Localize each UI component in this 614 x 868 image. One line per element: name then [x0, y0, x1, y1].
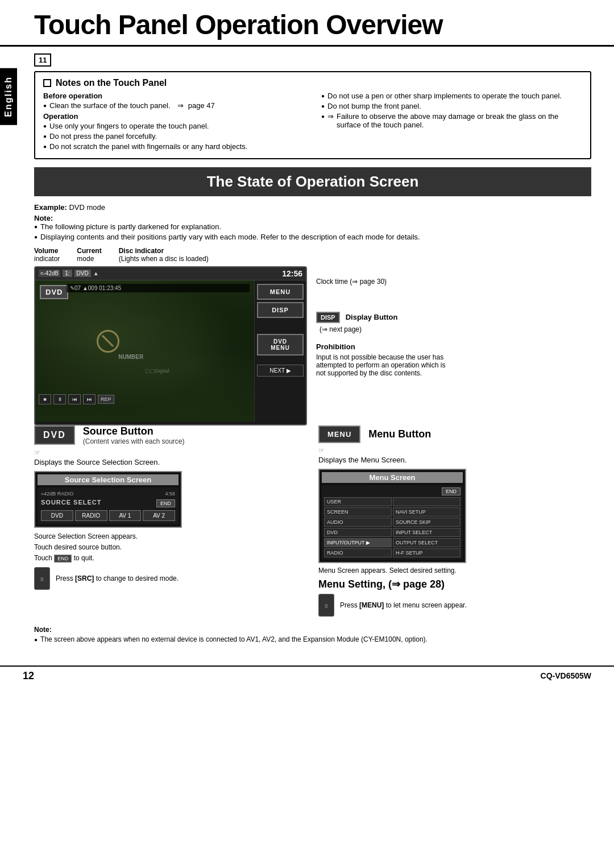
menu-btn-screen[interactable]: MENU: [257, 284, 304, 300]
source-screen-inner: =42dB RADIO 4:56 SOURCE SELECT END DVD R…: [38, 487, 179, 524]
disc-icon: ▲: [93, 270, 99, 276]
menu-item-dvd[interactable]: DVD: [324, 528, 392, 537]
disp-annotation-title: Display Button: [346, 313, 398, 321]
number-label: NUMBER: [118, 354, 143, 360]
page-header: Touch Panel Operation Overview: [0, 0, 614, 47]
menu-item-navi[interactable]: NAVI SETUP: [393, 507, 460, 516]
menu-item-input-select[interactable]: INPUT SELECT: [393, 528, 460, 537]
menu-item-output-select[interactable]: OUTPUT SELECT: [393, 538, 460, 547]
menu-end-btn[interactable]: END: [442, 487, 460, 495]
stop-btn[interactable]: ■: [39, 394, 51, 404]
next-btn-ctrl[interactable]: ⏭: [83, 394, 96, 404]
notes-box: Notes on the Touch Panel Before operatio…: [34, 71, 591, 159]
end-btn-ref: END: [54, 555, 72, 563]
diagram-labels: Volume indicator Current mode Disc indic…: [34, 247, 591, 263]
src-btn-av2[interactable]: AV 2: [143, 510, 175, 521]
section-header: The State of Operation Screen: [34, 167, 591, 196]
main-content: 11 Notes on the Touch Panel Before opera…: [0, 47, 614, 656]
note-label: Note:: [34, 214, 591, 222]
source-selection-screen: Source Selection Screen =42dB RADIO 4:56…: [34, 471, 182, 528]
menu-items-grid: USER SCREEN NAVI SETUP AUDIO SOURCE SKIP…: [324, 497, 460, 557]
src-btn-dvd[interactable]: DVD: [41, 510, 73, 521]
operation-title: Operation: [43, 112, 304, 121]
prev-btn[interactable]: ⏮: [68, 394, 81, 404]
source-select-label: SOURCE SELECT: [41, 499, 102, 506]
status-bar: ≈-42dB 1: DVD ▲ 12:56: [35, 267, 306, 280]
notes-col-right: Do not use a pen or other sharp implemen…: [321, 92, 582, 152]
next-btn-screen[interactable]: NEXT ▶: [257, 365, 304, 377]
device-screen: ≈-42dB 1: DVD ▲ 12:56 DVD: [34, 266, 307, 425]
op-item-1: Use only your fingers to operate the tou…: [43, 122, 304, 130]
controls-row: ■ ⏸ ⏮ ⏭ REP: [39, 394, 114, 404]
notes-title-text: Notes on the Touch Panel: [56, 78, 167, 88]
op-item-3: Do not scratch the panel with fingernail…: [43, 142, 304, 151]
source-end-btn[interactable]: END: [156, 499, 175, 507]
page-title: Touch Panel Operation Overview: [34, 10, 591, 40]
pause-btn[interactable]: ⏸: [53, 394, 66, 404]
source-status-text: =42dB RADIO: [41, 491, 73, 497]
rep-btn[interactable]: REP: [98, 395, 114, 404]
clock-display: 12:56: [282, 269, 302, 278]
dvd-label-text: DVD: [45, 288, 63, 296]
source-option-btns: DVD RADIO AV 1 AV 2: [41, 510, 175, 521]
right-notes-list: Do not use a pen or other sharp implemen…: [321, 92, 582, 129]
lower-left: DVD Source Button (Content varies with e…: [34, 425, 307, 620]
note-bottom-list: The screen above appears when no externa…: [34, 635, 591, 643]
prohibition-text: Input is not possible because the user h…: [316, 353, 453, 377]
source-dvd-badge[interactable]: DVD: [34, 425, 75, 445]
menu-item-radio[interactable]: RADIO: [324, 548, 392, 557]
remote-icon-menu: [318, 594, 334, 617]
src-btn-radio[interactable]: RADIO: [75, 510, 107, 521]
right-note-2: Do not bump the front panel.: [321, 102, 582, 110]
note-bottom-title: Note:: [34, 626, 591, 634]
press-src-row: Press [SRC] to change to desired mode.: [34, 567, 307, 590]
prohibition-icon: [97, 330, 119, 353]
disp-btn-text: DISP: [272, 307, 289, 313]
section-number: 11: [34, 53, 51, 67]
status-left: ≈-42dB 1: DVD ▲: [39, 270, 99, 277]
before-op-item-1: Clean the surface of the touch panel. pa…: [43, 101, 304, 110]
dvd-label-btn[interactable]: DVD: [40, 285, 68, 299]
screen-right: MENU DISP DVDMENU NEXT ▶: [255, 280, 306, 421]
right-note-1: Do not use a pen or other sharp implemen…: [321, 92, 582, 100]
source-btn-sub: (Content varies with each source): [83, 437, 185, 445]
language-label: English: [3, 76, 13, 117]
volume-label: Volume indicator: [34, 247, 60, 263]
volume-indicator: ≈-42dB: [39, 270, 60, 277]
menu-btn-text: MENU: [270, 288, 291, 295]
device-screen-wrapper: ≈-42dB 1: DVD ▲ 12:56 DVD: [34, 266, 307, 425]
dvd-menu-btn-screen[interactable]: DVDMENU: [257, 334, 304, 356]
screen-diagram-area: ≈-42dB 1: DVD ▲ 12:56 DVD: [34, 266, 591, 425]
disp-btn-screen[interactable]: DISP: [257, 302, 304, 318]
menu-item-user[interactable]: USER: [324, 497, 392, 506]
menu-btn-display: MENU Menu Button: [318, 425, 591, 443]
state-notes-list: The following picture is partly darkened…: [34, 222, 591, 241]
disp-annotation: DISP Display Button (⇒ next page): [316, 312, 453, 333]
menu-item-source-skip[interactable]: SOURCE SKIP: [393, 518, 460, 527]
menu-item-hf-setup[interactable]: H-F SETUP: [393, 548, 460, 557]
section-title-text: The State of Operation Screen: [207, 173, 419, 190]
menu-item-audio[interactable]: AUDIO: [324, 518, 392, 527]
menu-badge[interactable]: MENU: [318, 425, 360, 443]
source-time: 4:56: [165, 491, 175, 497]
notes-title: Notes on the Touch Panel: [43, 78, 582, 88]
dvd-mode-badge: DVD: [74, 270, 91, 277]
source-screen-notes: Source Selection Screen appears. Touch d…: [34, 531, 307, 564]
src-btn-av1[interactable]: AV 1: [109, 510, 142, 521]
lower-right: MENU Menu Button ☞ Displays the Menu Scr…: [318, 425, 591, 620]
menu-end-bar: END: [324, 487, 460, 495]
menu-item-screen[interactable]: SCREEN: [324, 507, 392, 516]
source-status-bar: =42dB RADIO 4:56: [41, 491, 175, 497]
menu-btn-title: Menu Button: [368, 428, 431, 440]
screen-content: DVD ✎07 ▲009 01:23:45 NUMBER ▢▢Digital: [35, 280, 306, 421]
footer-page-num: 12: [23, 670, 34, 682]
menu-btn-label: MENU: [327, 430, 351, 439]
note-bottom-item-1: The screen above appears when no externa…: [34, 635, 591, 643]
finger-hint-source: ☞: [34, 449, 307, 457]
menu-item-input-output[interactable]: INPUT/OUTPUT ▶: [324, 538, 392, 547]
menu-screen-title: Menu Screen: [322, 472, 463, 483]
source-btn-label: DVD: [43, 430, 66, 440]
disp-annotation-sub: (⇒ next page): [320, 325, 453, 333]
source-touch-text: Touch desired source button.: [34, 542, 307, 553]
source-btn-display: DVD Source Button (Content varies with e…: [34, 425, 307, 445]
